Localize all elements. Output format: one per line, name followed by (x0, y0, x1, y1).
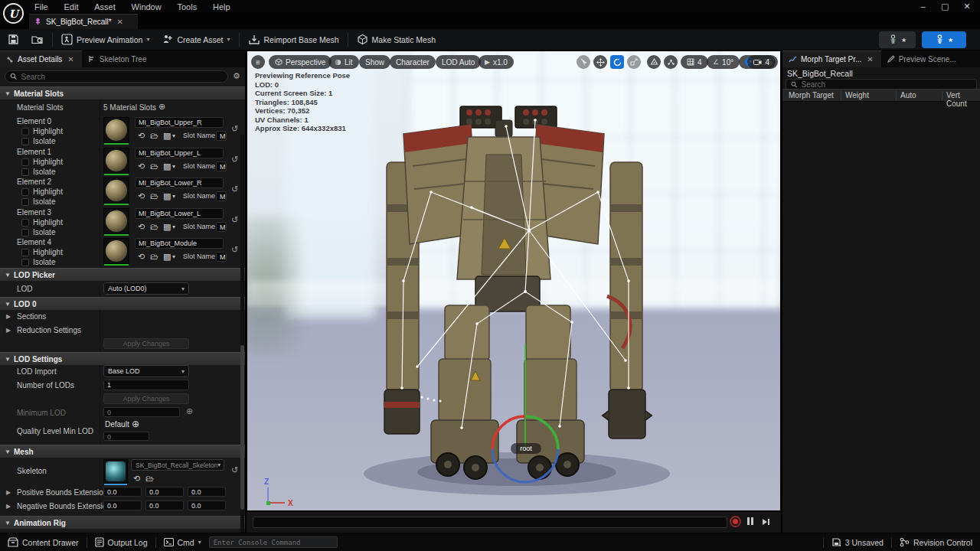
reset-to-default-icon[interactable]: ↺ (231, 124, 238, 134)
favorite-star-icon[interactable]: ★ (901, 37, 906, 44)
pos-bounds-y-field[interactable]: 0.0 (145, 487, 184, 497)
revision-control-button[interactable]: Revision Control (892, 533, 980, 551)
skeletal-mesh-asset-button[interactable]: ★ (922, 31, 966, 48)
material-options-icon[interactable]: ▩ (163, 222, 171, 232)
section-animation-rig[interactable]: ▼Animation Rig (0, 516, 245, 529)
use-selected-icon[interactable]: ⟲ (138, 131, 145, 141)
slot-name-field[interactable]: MI (216, 222, 227, 232)
apply-changes-button[interactable]: Apply Changes (103, 393, 189, 404)
isolate-checkbox[interactable] (21, 229, 29, 236)
output-log-button[interactable]: Output Log (87, 533, 155, 551)
tab-asset-details[interactable]: Asset Details ✕ (0, 51, 82, 67)
minimum-lod-override-icon[interactable]: ⊕ (186, 406, 193, 416)
menu-asset[interactable]: Asset (87, 0, 122, 14)
material-thumbnail[interactable] (103, 148, 129, 174)
chevron-down-icon[interactable]: ▾ (172, 253, 175, 260)
browse-icon[interactable]: 🗁 (145, 474, 154, 483)
slot-name-field[interactable]: MI (216, 161, 227, 171)
chevron-down-icon[interactable]: ▾ (172, 193, 175, 200)
perspective-button[interactable]: Perspective (269, 55, 332, 69)
coordinate-space-button[interactable] (647, 55, 661, 69)
favorite-star-icon[interactable]: ★ (948, 37, 953, 44)
skeleton-thumbnail[interactable] (103, 459, 128, 484)
material-asset-field[interactable]: MI_BigBot_Upper_L (135, 148, 224, 158)
section-lod-picker[interactable]: ▼LOD Picker (0, 268, 245, 281)
isolate-checkbox[interactable] (21, 138, 29, 145)
add-material-slot-icon[interactable]: ⊕ (158, 102, 165, 112)
tab-close-icon[interactable]: ✕ (865, 55, 874, 64)
tab-morph-target-preview[interactable]: Morph Target Pr... ✕ (782, 51, 881, 67)
tab-skeleton-tree[interactable]: Skeleton Tree (82, 51, 153, 67)
grid-snap-button[interactable]: 4 (681, 55, 708, 69)
minimum-lod-field[interactable]: 0 (103, 407, 180, 417)
expander-right-icon[interactable]: ▶ (6, 489, 11, 496)
menu-window[interactable]: Window (125, 0, 168, 14)
highlight-checkbox[interactable] (21, 188, 29, 196)
timeline-scrubber[interactable] (253, 517, 727, 528)
save-button[interactable] (0, 31, 25, 48)
use-selected-icon[interactable]: ⟲ (138, 222, 145, 232)
reset-to-default-icon[interactable]: ↺ (231, 155, 238, 165)
close-button[interactable]: ✕ (957, 1, 977, 13)
morph-search-input[interactable] (801, 80, 972, 89)
highlight-checkbox[interactable] (21, 158, 29, 166)
use-selected-icon[interactable]: ⟲ (138, 191, 145, 201)
material-asset-field[interactable]: MI_BigBot_Upper_R (135, 117, 224, 128)
camera-speed-button[interactable]: 4 (747, 55, 776, 69)
isolate-checkbox[interactable] (21, 259, 29, 266)
lit-mode-button[interactable]: Lit (328, 55, 359, 69)
morph-target-search[interactable] (786, 79, 977, 90)
column-divider[interactable] (942, 91, 942, 100)
minimize-button[interactable]: – (913, 1, 933, 13)
section-lod0[interactable]: ▼LOD 0 (0, 297, 245, 310)
pos-bounds-z-field[interactable]: 0.0 (188, 487, 226, 497)
menu-help[interactable]: Help (206, 0, 237, 14)
record-button[interactable] (730, 516, 741, 527)
browse-icon[interactable]: 🗁 (150, 131, 158, 140)
asset-tab[interactable]: SK_BigBot_Recall* ✕ (29, 14, 138, 29)
section-material-slots[interactable]: ▼Material Slots (0, 86, 245, 99)
quality-override-icon[interactable]: ⊕ (132, 419, 139, 429)
scrollbar-thumb[interactable] (240, 345, 244, 510)
reimport-base-mesh-button[interactable]: Reimport Base Mesh (242, 31, 345, 48)
scale-tool-button[interactable] (627, 55, 641, 69)
highlight-checkbox[interactable] (21, 249, 29, 256)
expander-right-icon[interactable]: ▶ (6, 327, 11, 334)
material-options-icon[interactable]: ▩ (163, 131, 171, 141)
skeleton-asset-dropdown[interactable]: SK_BigBot_Recall_Skeleton▾ (131, 459, 224, 471)
isolate-checkbox[interactable] (21, 168, 29, 176)
use-selected-icon[interactable]: ⟲ (133, 474, 140, 484)
browse-icon[interactable]: 🗁 (150, 222, 158, 231)
section-mesh[interactable]: ▼Mesh (0, 445, 245, 458)
slot-name-field[interactable]: MI (216, 191, 227, 201)
browse-icon[interactable]: 🗁 (150, 252, 158, 261)
neg-bounds-y-field[interactable]: 0.0 (145, 500, 184, 510)
expander-right-icon[interactable]: ▶ (6, 313, 11, 320)
browse-icon[interactable]: 🗁 (150, 161, 158, 171)
make-static-mesh-button[interactable]: Make Static Mesh (351, 31, 442, 48)
number-of-lods-field[interactable]: 1 (103, 380, 189, 390)
lod-dropdown[interactable]: Auto (LOD0)▾ (103, 282, 189, 295)
rotate-tool-button[interactable] (610, 55, 624, 69)
pivot-mode-button[interactable] (664, 55, 678, 69)
pause-button[interactable] (747, 517, 755, 527)
material-thumbnail[interactable] (103, 178, 129, 204)
settings-gear-icon[interactable]: ⚙ (233, 71, 240, 81)
rotation-snap-button[interactable]: ∠ 10° (707, 55, 740, 69)
asset-details-search[interactable] (5, 70, 228, 83)
isolate-checkbox[interactable] (21, 198, 29, 206)
col-morph-target[interactable]: Morph Target (789, 91, 834, 99)
slot-name-field[interactable]: MI (216, 252, 227, 262)
highlight-checkbox[interactable] (21, 219, 29, 227)
step-forward-button[interactable] (761, 517, 770, 527)
reset-to-default-icon[interactable]: ↺ (231, 465, 238, 475)
console-command-input[interactable] (209, 536, 338, 548)
browse-icon[interactable]: 🗁 (150, 191, 158, 201)
tab-close-icon[interactable]: ✕ (66, 55, 75, 64)
search-input[interactable] (21, 73, 223, 81)
select-tool-button[interactable] (577, 55, 590, 69)
highlight-checkbox[interactable] (21, 128, 29, 135)
preview-viewport[interactable]: root Z X ≡ Perspective Lit Show Characte… (247, 51, 781, 511)
viewport-menu-button[interactable]: ≡ (251, 55, 265, 69)
unsaved-files-button[interactable]: 3 Unsaved (824, 533, 891, 551)
